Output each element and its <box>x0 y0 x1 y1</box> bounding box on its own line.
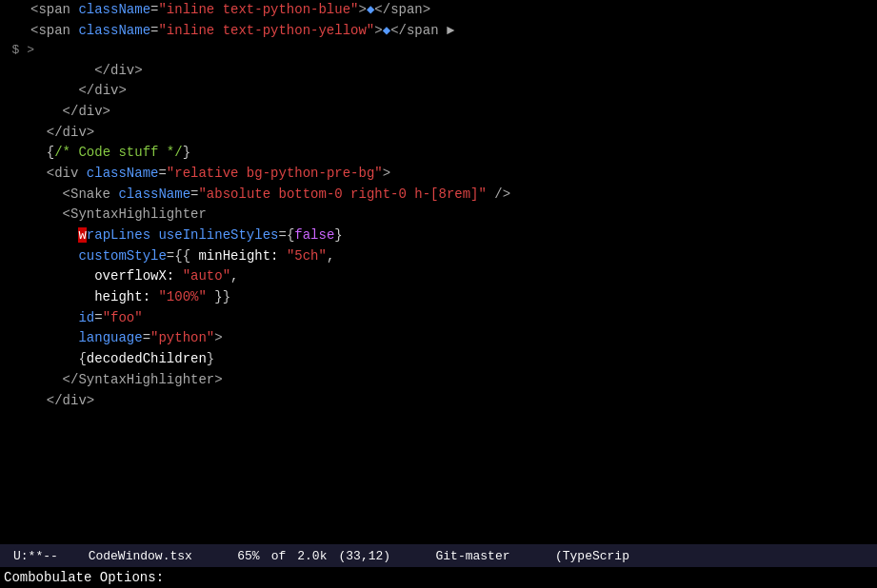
code-line: $ > <box>0 41 877 60</box>
line-content: </div> <box>30 102 877 123</box>
code-line: <span className="inline text-python-yell… <box>0 21 877 42</box>
line-content: </div> <box>30 123 877 144</box>
status-spacer2 <box>396 549 429 563</box>
status-separator <box>64 549 83 563</box>
cmd-text: Combobulate Options: <box>4 570 164 585</box>
code-line: {/* Code stuff */} <box>0 143 877 164</box>
line-content: <span className="inline text-python-yell… <box>30 21 877 42</box>
status-of: of <box>266 549 292 563</box>
code-line: </div> <box>0 81 877 102</box>
line-gutter: $ > <box>4 41 42 60</box>
line-content: {decodedChildren} <box>30 349 877 370</box>
code-line: id="foo" <box>0 308 877 329</box>
status-spacer <box>198 549 231 563</box>
code-line: </SyntaxHighlighter> <box>0 370 877 391</box>
status-mode: U:**-- <box>8 549 64 563</box>
code-line: <div className="relative bg-python-pre-b… <box>0 164 877 185</box>
code-line: {decodedChildren} <box>0 349 877 370</box>
line-content: </div> <box>30 81 877 102</box>
code-line: <Snake className="absolute bottom-0 righ… <box>0 185 877 206</box>
cursor: w <box>78 227 86 243</box>
status-percent: 65% <box>231 549 265 563</box>
code-line: </div> <box>0 102 877 123</box>
code-line: </div> <box>0 61 877 82</box>
code-line-active: wrapLines useInlineStyles={false} <box>0 225 877 246</box>
line-content: </SyntaxHighlighter> <box>30 370 877 391</box>
line-content: </div> <box>30 61 877 82</box>
line-content: <SyntaxHighlighter <box>30 205 877 225</box>
code-line: overflowX: "auto", <box>0 266 877 287</box>
line-content: </div> <box>30 391 877 412</box>
line-content: language="python"> <box>30 328 877 349</box>
status-branch: Git-master <box>430 549 516 563</box>
code-editor: <span className="inline text-python-blue… <box>0 0 877 544</box>
status-filename: CodeWindow.tsx <box>83 549 198 563</box>
line-content: height: "100%" }} <box>30 287 877 308</box>
line-content: customStyle={{ minHeight: "5ch", <box>30 246 877 267</box>
code-line: height: "100%" }} <box>0 287 877 308</box>
code-line: language="python"> <box>0 328 877 349</box>
status-filetype: (TypeScrip <box>549 549 635 563</box>
status-spacer3 <box>516 549 549 563</box>
line-content: <div className="relative bg-python-pre-b… <box>30 164 877 185</box>
line-content: <span className="inline text-python-blue… <box>30 0 877 21</box>
code-line: <SyntaxHighlighter <box>0 205 877 225</box>
code-line: <span className="inline text-python-blue… <box>0 0 877 21</box>
status-position: (33,12) <box>332 549 396 563</box>
line-content: {/* Code stuff */} <box>30 143 877 164</box>
status-size: 2.0k <box>291 549 332 563</box>
line-content: wrapLines useInlineStyles={false} <box>30 225 877 246</box>
code-line: </div> <box>0 391 877 412</box>
code-line: customStyle={{ minHeight: "5ch", <box>0 246 877 267</box>
status-bar: U:**-- CodeWindow.tsx 65% of 2.0k (33,12… <box>0 544 877 567</box>
line-content: id="foo" <box>30 308 877 329</box>
code-line: </div> <box>0 123 877 144</box>
line-content: overflowX: "auto", <box>30 266 877 287</box>
line-content: <Snake className="absolute bottom-0 righ… <box>30 185 877 206</box>
command-line: Combobulate Options: <box>0 567 877 588</box>
